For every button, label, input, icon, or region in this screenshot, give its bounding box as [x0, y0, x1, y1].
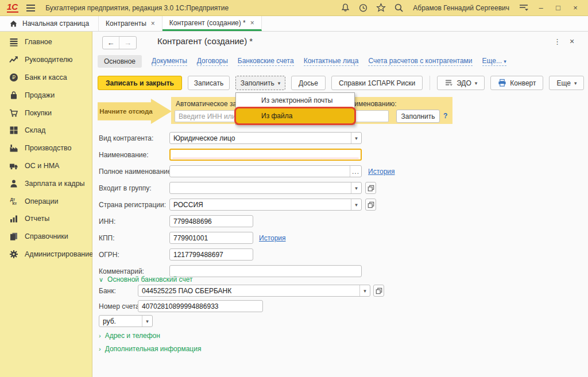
currency-combobox[interactable]: руб. ▾	[99, 315, 153, 327]
sidebar-item-rukovoditelyu[interactable]: Руководителю	[0, 51, 92, 69]
kind-value: Юридическое лицо	[170, 134, 351, 142]
favorites-star-icon[interactable]	[376, 3, 386, 13]
kontragent-form: ← → Контрагент (создание) * ⋮ × Основное…	[92, 32, 588, 377]
search-icon[interactable]	[394, 3, 404, 13]
gear-icon	[9, 249, 18, 259]
save-button[interactable]: Записать	[188, 76, 230, 90]
nav-link-settlement-accounts[interactable]: Счета расчетов с контрагентами	[368, 57, 472, 66]
main-menu-icon[interactable]	[26, 5, 35, 11]
kind-combobox[interactable]: Юридическое лицо ▾	[169, 132, 362, 144]
tab-close-icon[interactable]: ×	[151, 20, 155, 28]
nav-link-dokumenty[interactable]: Документы	[152, 57, 187, 66]
fill-button[interactable]: Заполнить	[396, 110, 440, 123]
comment-input[interactable]	[169, 265, 362, 277]
inn-input[interactable]: 7799488696	[169, 215, 253, 227]
sidebar-item-otchety[interactable]: Отчеты	[0, 210, 92, 228]
form-close-icon[interactable]: ×	[570, 37, 574, 46]
nav-link-bank-accounts[interactable]: Банковские счета	[238, 57, 294, 66]
inn-label: ИНН:	[99, 217, 115, 226]
ellipsis-picker-button[interactable]: ...	[350, 166, 361, 177]
country-combobox[interactable]: РОССИЯ ▾	[169, 199, 362, 211]
sidebar-item-glavnoe[interactable]: Главное	[0, 33, 92, 51]
kpp-value: 779901001	[170, 234, 253, 242]
history-icon[interactable]	[358, 3, 368, 13]
tab-kontragenty[interactable]: Контрагенты ×	[99, 16, 163, 31]
maximize-button[interactable]: □	[554, 3, 563, 12]
dossier-button[interactable]: Досье	[291, 76, 326, 90]
group-open-button[interactable]	[365, 182, 376, 194]
spark-risks-button[interactable]: Справки 1СПАРК Риски	[331, 76, 423, 90]
minimize-button[interactable]: –	[536, 3, 546, 12]
full-name-label: Полное наименование:	[99, 168, 173, 176]
chevron-down-icon[interactable]: ▾	[351, 133, 361, 143]
sidebar-item-label: Банк и касса	[25, 73, 67, 81]
additional-info-section-toggle[interactable]: › Дополнительная информация	[99, 345, 201, 353]
home-icon	[9, 20, 18, 28]
sidebar-item-administrirovanie[interactable]: Администрирование	[0, 246, 92, 263]
full-name-history-link[interactable]: История	[368, 168, 395, 176]
bank-section-toggle[interactable]: ∨ Основной банковский счет	[99, 275, 193, 283]
envelope-print-button[interactable]: Конверт	[490, 76, 543, 90]
country-open-button[interactable]	[365, 199, 376, 211]
nav-link-dogovory[interactable]: Договоры	[197, 57, 228, 66]
address-section-toggle[interactable]: › Адрес и телефон	[99, 332, 160, 340]
sidebar-item-prodazhi[interactable]: Продажи	[0, 86, 92, 104]
chevron-down-icon[interactable]: ▾	[351, 199, 361, 210]
notifications-bell-icon[interactable]	[341, 3, 350, 13]
menu-item-from-email[interactable]: Из электронной почты	[236, 93, 354, 107]
shopping-bag-icon	[9, 90, 18, 100]
sidebar-item-sklad[interactable]: Склад	[0, 122, 92, 139]
account-input[interactable]: 40702810899994886933	[138, 300, 263, 312]
more-actions-icon[interactable]: ⋮	[554, 37, 561, 46]
menu-item-from-file-highlighted[interactable]: Из файла	[234, 107, 356, 125]
full-name-input[interactable]: ...	[169, 165, 362, 177]
back-button[interactable]: ←	[103, 37, 119, 49]
sidebar-item-bank-kassa[interactable]: ₽ Банк и касса	[0, 69, 92, 87]
bank-open-button[interactable]	[373, 285, 384, 297]
nav-link-contacts[interactable]: Контактные лица	[304, 57, 359, 66]
edo-dropdown-button[interactable]: ЭДО▾	[437, 76, 485, 90]
nav-more-link[interactable]: Еще... ▾	[482, 57, 506, 66]
sidebar-item-operacii[interactable]: Дт Кт Операции	[0, 192, 92, 210]
group-combobox[interactable]: ▾	[169, 182, 362, 194]
nav-tab-osnovnoe[interactable]: Основное	[98, 55, 142, 68]
sidebar-item-proizvodstvo[interactable]: Производство	[0, 139, 92, 157]
bar-chart-icon	[9, 214, 18, 224]
window-close-button[interactable]: ×	[571, 3, 580, 12]
1c-logo: 1С	[7, 3, 18, 13]
chevron-down-icon: ▾	[278, 80, 281, 86]
kpp-input[interactable]: 779901001	[169, 232, 253, 244]
more-dropdown-button[interactable]: Еще▾	[549, 76, 584, 90]
account-value: 40702810899994886933	[138, 302, 262, 310]
tab-close-icon[interactable]: ×	[250, 19, 254, 27]
kpp-label: КПП:	[99, 234, 115, 242]
service-settings-icon[interactable]	[519, 3, 528, 13]
hint-help-link[interactable]: ?	[443, 112, 447, 120]
fill-dropdown-menu: Из электронной почты Из файла	[235, 92, 355, 125]
ogrn-input[interactable]: 1217799488697	[169, 248, 253, 261]
edo-documents-icon	[444, 79, 453, 87]
fill-dropdown-button[interactable]: Заполнить▾	[235, 76, 285, 90]
tab-kontragent-create[interactable]: Контрагент (создание) * ×	[163, 16, 262, 31]
chevron-down-icon[interactable]: ▾	[359, 285, 370, 296]
bank-combobox[interactable]: 044525225 ПАО СБЕРБАНК ▾	[138, 285, 370, 297]
kpp-history-link[interactable]: История	[259, 234, 286, 242]
tab-home[interactable]: Начальная страница	[0, 16, 99, 31]
chevron-down-icon[interactable]: ▾	[351, 182, 361, 193]
truck-icon	[9, 161, 18, 170]
comment-label: Комментарий:	[99, 267, 144, 275]
toolbar-separator	[430, 76, 430, 90]
sidebar-item-pokupki[interactable]: Покупки	[0, 104, 92, 122]
sidebar-item-spravochniki[interactable]: Справочники	[0, 228, 92, 246]
sidebar-item-label: Администрирование	[25, 250, 93, 258]
printer-icon	[498, 79, 506, 87]
sidebar-item-os-nma[interactable]: ОС и НМА	[0, 157, 92, 175]
sections-list-icon	[9, 37, 18, 47]
sidebar-item-zarplata-kadry[interactable]: Зарплата и кадры	[0, 174, 92, 192]
current-user-name[interactable]: Абрамов Геннадий Сергеевич	[413, 4, 509, 12]
sidebar-item-label: Руководителю	[25, 56, 72, 64]
chevron-down-icon[interactable]: ▾	[142, 316, 152, 327]
save-and-close-button[interactable]: Записать и закрыть	[98, 76, 182, 90]
sidebar-item-label: Продажи	[25, 91, 55, 99]
name-input[interactable]	[169, 149, 362, 161]
